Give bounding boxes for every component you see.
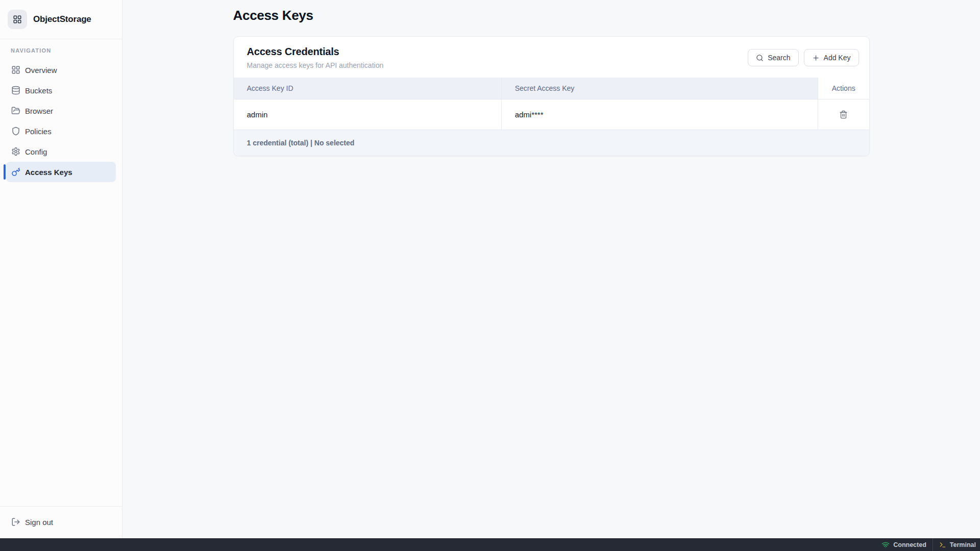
statusbar-divider	[933, 538, 933, 551]
card-title: Access Credentials	[247, 46, 384, 58]
column-header-actions: Actions	[818, 78, 869, 99]
access-keys-table: Access Key ID Secret Access Key Actions …	[234, 78, 869, 130]
table-footer-summary: 1 credential (total) | No selected	[234, 130, 869, 156]
search-button-label: Search	[768, 54, 790, 62]
card-header: Access Credentials Manage access keys fo…	[234, 37, 869, 78]
sidebar-item-label: Config	[25, 147, 47, 156]
log-out-icon	[11, 517, 20, 527]
access-credentials-card: Access Credentials Manage access keys fo…	[233, 36, 870, 156]
terminal-label: Terminal	[950, 541, 976, 548]
sidebar-item-label: Access Keys	[25, 168, 72, 177]
nav-section-label: NAVIGATION	[11, 47, 116, 54]
sidebar-item-label: Policies	[25, 127, 52, 136]
brand: ObjectStorage	[0, 0, 122, 39]
grid-icon	[11, 65, 20, 74]
add-key-button[interactable]: Add Key	[804, 49, 859, 66]
terminal-button[interactable]: Terminal	[939, 541, 976, 548]
column-header-access-key-id: Access Key ID	[234, 78, 502, 99]
search-icon	[756, 54, 764, 62]
connection-status-label: Connected	[893, 541, 926, 548]
brand-name: ObjectStorage	[33, 14, 91, 24]
sidebar-item-label: Browser	[25, 107, 53, 115]
sidebar-item-overview[interactable]: Overview	[6, 60, 116, 80]
folder-icon	[11, 106, 20, 115]
sidebar-item-browser[interactable]: Browser	[6, 101, 116, 121]
sign-out-button[interactable]: Sign out	[6, 512, 116, 532]
access-key-id-cell: admin	[234, 99, 502, 130]
sidebar-item-label: Overview	[25, 66, 57, 74]
plus-icon	[812, 54, 820, 62]
table-row: admin admi****	[234, 99, 869, 130]
sidebar-item-access-keys[interactable]: Access Keys	[6, 162, 116, 182]
column-header-secret-access-key: Secret Access Key	[501, 78, 818, 99]
sidebar-footer: Sign out	[0, 506, 122, 538]
search-button[interactable]: Search	[748, 49, 798, 66]
wifi-icon	[881, 541, 890, 549]
database-icon	[11, 86, 20, 95]
sidebar-item-config[interactable]: Config	[6, 141, 116, 162]
sidebar: ObjectStorage NAVIGATION Overview Bucket…	[0, 0, 122, 538]
app-root: ObjectStorage NAVIGATION Overview Bucket…	[0, 0, 980, 538]
trash-icon	[839, 110, 848, 119]
shield-icon	[11, 127, 20, 136]
sign-out-label: Sign out	[25, 518, 53, 527]
sidebar-nav: NAVIGATION Overview Buckets Browser Poli…	[0, 39, 122, 182]
secret-access-key-cell: admi****	[501, 99, 818, 130]
status-bar: Connected Terminal	[0, 538, 980, 551]
page-title: Access Keys	[233, 8, 870, 23]
terminal-icon	[939, 541, 946, 548]
app-logo-icon	[8, 10, 27, 29]
key-icon	[11, 167, 20, 177]
connection-status: Connected	[881, 541, 926, 549]
gear-icon	[11, 147, 20, 156]
sidebar-item-label: Buckets	[25, 86, 52, 95]
card-subtitle: Manage access keys for API authenticatio…	[247, 61, 384, 69]
main-area: Access Keys Access Credentials Manage ac…	[122, 0, 980, 538]
add-key-button-label: Add Key	[824, 54, 851, 62]
sidebar-item-policies[interactable]: Policies	[6, 121, 116, 141]
sidebar-item-buckets[interactable]: Buckets	[6, 80, 116, 101]
delete-key-button[interactable]	[836, 107, 851, 122]
